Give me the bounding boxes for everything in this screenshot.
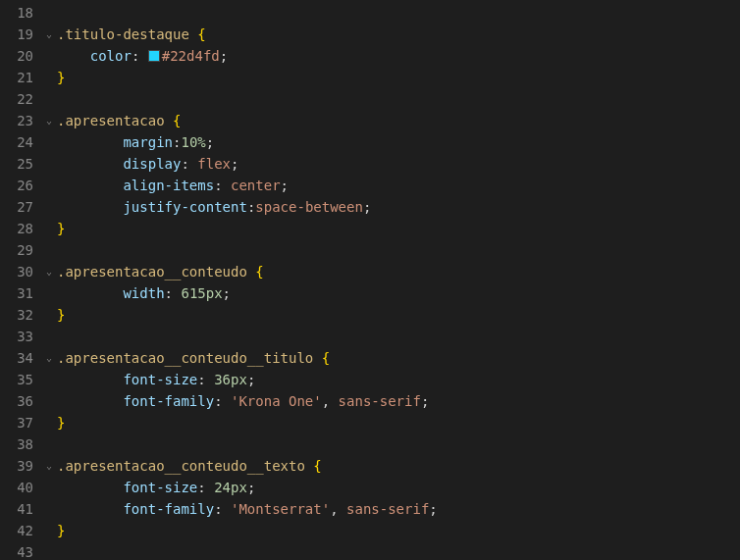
fold-toggle[interactable]: ⌄	[41, 110, 57, 131]
code-line: .apresentacao__conteudo {	[57, 261, 740, 282]
code-line	[57, 2, 740, 24]
line-number: 18	[0, 2, 33, 24]
code-line: color: #22d4fd;	[57, 45, 740, 67]
code-content[interactable]: .titulo-destaque { color: #22d4fd; } .ap…	[57, 0, 740, 560]
line-number: 21	[0, 67, 33, 88]
css-property: justify-content	[123, 199, 246, 215]
brace-open: {	[189, 26, 206, 42]
brace-close: }	[57, 415, 65, 431]
fold-marker	[41, 196, 57, 218]
css-property: font-family	[123, 393, 214, 409]
code-line: font-family: 'Krona One', sans-serif;	[57, 390, 740, 412]
color-swatch-icon[interactable]	[148, 50, 160, 62]
line-number: 38	[0, 433, 33, 455]
css-selector: .apresentacao	[57, 113, 165, 128]
code-line	[57, 326, 740, 347]
brace-close: }	[57, 221, 65, 236]
css-selector: .apresentacao__conteudo	[57, 264, 247, 280]
css-property: width	[123, 285, 164, 301]
line-number: 33	[0, 326, 33, 347]
line-number: 25	[0, 153, 33, 175]
fold-marker	[41, 88, 57, 110]
fold-marker	[41, 369, 57, 390]
line-number: 32	[0, 304, 33, 326]
line-number: 27	[0, 196, 33, 218]
css-value: sans-serif	[339, 393, 421, 409]
code-line	[57, 88, 740, 110]
code-line: align-items: center;	[57, 175, 740, 196]
css-value: space-between	[255, 199, 363, 215]
css-property: font-size	[123, 372, 197, 387]
fold-marker	[41, 477, 57, 498]
fold-marker	[41, 412, 57, 433]
brace-close: }	[57, 523, 65, 538]
css-value: 'Montserrat'	[231, 501, 330, 517]
brace-open: {	[313, 350, 330, 366]
fold-marker	[41, 282, 57, 304]
fold-toggle[interactable]: ⌄	[41, 24, 57, 45]
line-number: 20	[0, 45, 33, 67]
line-number: 19	[0, 24, 33, 45]
line-number: 42	[0, 520, 33, 541]
brace-open: {	[247, 264, 264, 280]
fold-marker	[41, 520, 57, 541]
brace-open: {	[165, 113, 182, 128]
fold-marker	[41, 326, 57, 347]
line-number: 35	[0, 369, 33, 390]
line-number: 43	[0, 541, 33, 560]
line-number: 26	[0, 175, 33, 196]
code-line: .titulo-destaque {	[57, 24, 740, 45]
fold-toggle[interactable]: ⌄	[41, 261, 57, 282]
css-value: 10%	[181, 134, 205, 150]
css-value: 615px	[181, 285, 222, 301]
fold-marker	[41, 218, 57, 239]
fold-toggle[interactable]: ⌄	[41, 347, 57, 369]
line-number: 39	[0, 455, 33, 477]
line-number: 36	[0, 390, 33, 412]
css-value: 36px	[214, 372, 247, 387]
fold-marker	[41, 2, 57, 24]
fold-marker	[41, 541, 57, 560]
code-line	[57, 541, 740, 560]
line-number: 28	[0, 218, 33, 239]
code-line: width: 615px;	[57, 282, 740, 304]
fold-marker	[41, 175, 57, 196]
fold-gutter: ⌄ ⌄ ⌄ ⌄ ⌄	[41, 0, 57, 560]
css-selector: .apresentacao__conteudo__texto	[57, 458, 305, 474]
code-editor: 18 19 20 21 22 23 24 25 26 27 28 29 30 3…	[0, 0, 740, 560]
css-value: 'Krona One'	[231, 393, 322, 409]
code-line: font-size: 24px;	[57, 477, 740, 498]
fold-marker	[41, 131, 57, 153]
line-number: 24	[0, 131, 33, 153]
code-line: .apresentacao {	[57, 110, 740, 131]
line-number: 23	[0, 110, 33, 131]
chevron-down-icon: ⌄	[46, 261, 52, 282]
code-line: }	[57, 412, 740, 433]
css-selector: .titulo-destaque	[57, 26, 189, 42]
code-line: margin:10%;	[57, 131, 740, 153]
code-line: display: flex;	[57, 153, 740, 175]
code-line: }	[57, 304, 740, 326]
css-value: flex	[197, 156, 231, 172]
line-number: 41	[0, 498, 33, 520]
fold-marker	[41, 45, 57, 67]
brace-open: {	[305, 458, 322, 474]
line-number: 31	[0, 282, 33, 304]
fold-marker	[41, 153, 57, 175]
brace-close: }	[57, 307, 65, 323]
line-number: 22	[0, 88, 33, 110]
fold-marker	[41, 433, 57, 455]
fold-marker	[41, 304, 57, 326]
code-line: }	[57, 67, 740, 88]
code-line: .apresentacao__conteudo__titulo {	[57, 347, 740, 369]
line-number: 30	[0, 261, 33, 282]
css-value: 24px	[214, 480, 247, 495]
code-line: .apresentacao__conteudo__texto {	[57, 455, 740, 477]
chevron-down-icon: ⌄	[46, 347, 52, 369]
line-number-gutter: 18 19 20 21 22 23 24 25 26 27 28 29 30 3…	[0, 0, 41, 560]
line-number: 40	[0, 477, 33, 498]
css-property: display	[123, 156, 181, 172]
fold-toggle[interactable]: ⌄	[41, 455, 57, 477]
fold-marker	[41, 390, 57, 412]
css-property: font-family	[123, 501, 214, 517]
